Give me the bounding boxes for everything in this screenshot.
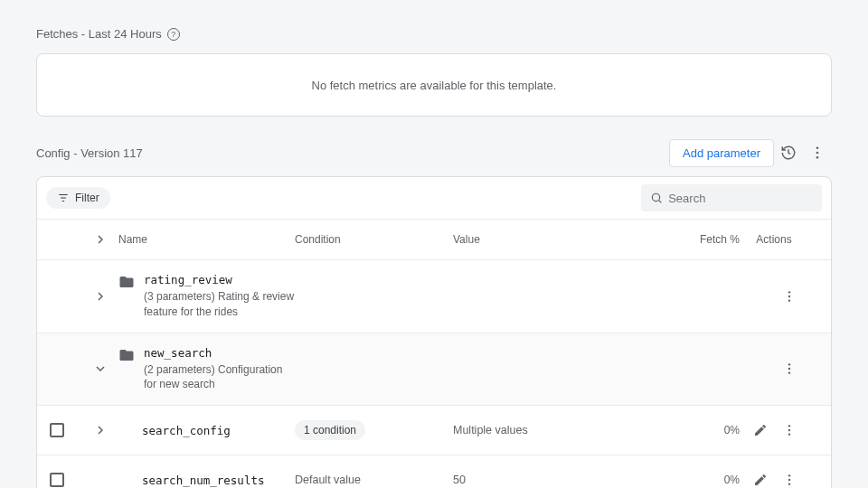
- row-overflow-icon[interactable]: [778, 357, 801, 380]
- chevron-right-icon[interactable]: [91, 287, 109, 305]
- edit-icon[interactable]: [749, 418, 772, 442]
- svg-point-16: [788, 434, 790, 436]
- svg-point-17: [788, 474, 790, 476]
- chevron-right-icon[interactable]: [91, 421, 109, 439]
- fetches-title: Fetches - Last 24 Hours: [36, 27, 162, 41]
- more-overflow-icon[interactable]: [803, 138, 832, 167]
- row-checkbox[interactable]: [50, 473, 64, 487]
- row-overflow-icon[interactable]: [778, 285, 801, 308]
- edit-icon[interactable]: [749, 468, 772, 488]
- svg-point-19: [788, 483, 790, 485]
- svg-point-0: [816, 146, 819, 149]
- fetch-percent: 0%: [670, 474, 747, 486]
- col-name: Name: [118, 233, 295, 246]
- parameter-row[interactable]: search_config 1 condition Multiple value…: [37, 406, 831, 455]
- filter-icon: [57, 192, 70, 204]
- parameter-value: Multiple values: [453, 424, 670, 436]
- fetches-empty-card: No fetch metrics are available for this …: [36, 53, 832, 117]
- svg-point-11: [788, 364, 790, 366]
- svg-point-14: [788, 425, 790, 427]
- parameter-name: search_num_results: [142, 474, 264, 487]
- filter-button[interactable]: Filter: [46, 187, 110, 209]
- group-description: (2 parameters) Configuration for new sea…: [144, 362, 297, 393]
- folder-icon: [118, 347, 135, 363]
- svg-line-7: [659, 201, 662, 203]
- filter-label: Filter: [75, 192, 99, 204]
- group-description: (3 parameters) Rating & review feature f…: [144, 289, 297, 320]
- parameter-name: search_config: [142, 424, 231, 437]
- group-row[interactable]: new_search (2 parameters) Configuration …: [37, 333, 831, 407]
- col-actions: Actions: [747, 233, 801, 246]
- group-name: new_search: [144, 346, 297, 360]
- parameter-value: 50: [453, 474, 670, 486]
- svg-point-9: [788, 296, 790, 297]
- row-overflow-icon[interactable]: [778, 418, 801, 442]
- expand-all-toggle[interactable]: [91, 230, 109, 249]
- table-toolbar: Filter: [37, 177, 831, 220]
- row-overflow-icon[interactable]: [778, 468, 801, 488]
- config-header: Config - Version 117 Add parameter: [36, 138, 832, 167]
- fetches-header: Fetches - Last 24 Hours ?: [36, 27, 832, 41]
- svg-point-10: [788, 299, 790, 301]
- table-header-row: Name Condition Value Fetch % Actions: [37, 220, 831, 260]
- config-table: Filter Name Condition Value Fetch % Acti…: [36, 176, 832, 488]
- config-title: Config - Version 117: [36, 146, 143, 160]
- svg-point-6: [652, 193, 659, 201]
- folder-icon: [118, 274, 135, 290]
- svg-point-18: [788, 479, 790, 481]
- history-icon[interactable]: [774, 138, 803, 167]
- col-fetch: Fetch %: [670, 233, 747, 246]
- svg-point-13: [788, 372, 790, 374]
- group-name: rating_review: [144, 273, 297, 286]
- add-parameter-button[interactable]: Add parameter: [669, 139, 774, 167]
- condition-text: Default value: [295, 474, 361, 486]
- svg-point-2: [816, 156, 819, 159]
- col-condition: Condition: [295, 233, 453, 246]
- svg-point-12: [788, 368, 790, 370]
- svg-point-1: [816, 152, 819, 155]
- condition-chip[interactable]: 1 condition: [295, 420, 365, 440]
- fetches-empty-text: No fetch metrics are available for this …: [312, 79, 557, 92]
- fetch-percent: 0%: [670, 424, 747, 436]
- parameter-row[interactable]: search_num_results Default value 50 0%: [37, 455, 831, 488]
- group-row[interactable]: rating_review (3 parameters) Rating & re…: [37, 260, 831, 333]
- search-input[interactable]: [668, 192, 813, 205]
- chevron-down-icon[interactable]: [91, 360, 109, 378]
- col-value: Value: [453, 233, 670, 246]
- search-box[interactable]: [641, 184, 822, 211]
- svg-point-15: [788, 429, 790, 431]
- search-icon: [650, 191, 663, 205]
- svg-point-8: [788, 291, 790, 293]
- help-icon[interactable]: ?: [167, 28, 180, 41]
- row-checkbox[interactable]: [50, 423, 64, 437]
